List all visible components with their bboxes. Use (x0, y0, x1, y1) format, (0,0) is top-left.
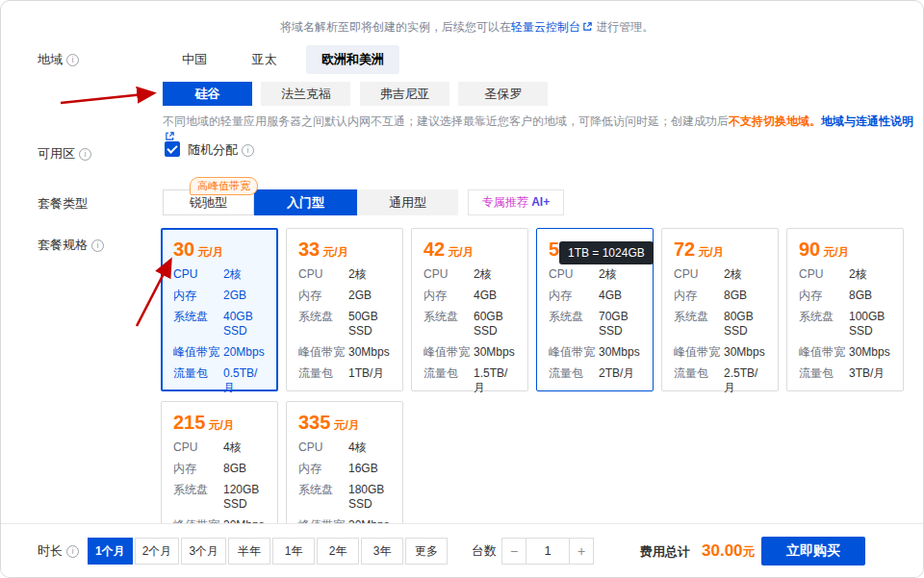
spec-key: CPU (674, 267, 724, 282)
plan-price: 72元/月 (674, 239, 766, 261)
price-amount: 30 (173, 239, 194, 260)
spec-row: 系统盘40GB SSD (173, 310, 266, 339)
price-unit: 元/月 (698, 245, 724, 259)
price-amount: 215 (173, 412, 205, 433)
duration-3-months[interactable]: 3个月 (181, 538, 226, 565)
type-tab-ai-recommend[interactable]: 专属推荐 AI+ (468, 189, 564, 215)
duration-half-year[interactable]: 半年 (228, 538, 270, 565)
duration-1-month[interactable]: 1个月 (88, 538, 133, 565)
total-cost: 费用总计30.00元 (640, 541, 756, 561)
plan-card-3[interactable]: 42元/月 CPU2核 内存4GB 系统盘60GB SSD 峰值带宽30Mbps… (411, 228, 528, 391)
price-unit: 元/月 (448, 245, 474, 259)
plan-card-grid: 30元/月 CPU2核 内存2GB 系统盘40GB SSD 峰值带宽20Mbps… (161, 228, 921, 574)
duration-label-text: 时长 (38, 543, 63, 558)
note-prefix: 将域名解析至即将创建的实例，后续您可以在 (280, 20, 511, 34)
spec-value: 2核 (849, 267, 867, 282)
spec-value: 2GB (223, 289, 246, 303)
info-icon[interactable] (91, 239, 104, 252)
spec-key: 流量包 (549, 366, 599, 381)
plan-price: 90元/月 (799, 239, 891, 261)
plan-card-6[interactable]: 90元/月 CPU2核 内存8GB 系统盘100GB SSD 峰值带宽30Mbp… (786, 228, 904, 391)
price-amount: 335 (298, 412, 330, 433)
region-option-frankfurt[interactable]: 法兰克福 (261, 82, 350, 106)
spec-value: 1.5TB/月 (474, 366, 516, 395)
spec-value: 4GB (474, 289, 497, 303)
plan-card-5[interactable]: 72元/月 CPU2核 内存8GB 系统盘80GB SSD 峰值带宽30Mbps… (661, 228, 779, 391)
spec-row: CPU4核 (298, 440, 391, 455)
random-assign-checkbox-row[interactable]: 随机分配 (165, 141, 254, 159)
spec-key: 内存 (674, 289, 724, 303)
spec-row: 内存4GB (549, 289, 641, 303)
region-option-sao-paulo[interactable]: 圣保罗 (458, 82, 548, 106)
external-link-icon (582, 21, 593, 32)
region-label: 地域 (38, 51, 79, 68)
spec-value: 8GB (724, 289, 747, 303)
duration-2-months[interactable]: 2个月 (135, 538, 180, 565)
random-assign-label: 随机分配 (188, 142, 238, 157)
spec-key: CPU (424, 267, 474, 282)
spec-row: CPU2核 (298, 267, 391, 282)
spec-key: CPU (173, 267, 223, 282)
quantity-label-text: 台数 (472, 543, 497, 558)
region-connectivity-link[interactable]: 地域与连通性说明 (821, 114, 913, 128)
spec-row: 峰值带宽30Mbps (549, 345, 641, 360)
spec-row: 内存4GB (424, 289, 516, 303)
plan-card-2[interactable]: 33元/月 CPU2核 内存2GB 系统盘50GB SSD 峰值带宽30Mbps… (286, 228, 403, 391)
spec-key: 系统盘 (549, 310, 599, 339)
quantity-decrease-button[interactable]: − (501, 538, 526, 565)
region-option-virginia[interactable]: 弗吉尼亚 (360, 82, 449, 106)
quantity-input[interactable] (526, 538, 569, 565)
spec-key: 流量包 (173, 366, 223, 395)
region-tab-europe-america[interactable]: 欧洲和美洲 (306, 45, 399, 74)
region-tab-apac[interactable]: 亚太 (236, 45, 292, 74)
spec-value: 30Mbps (348, 345, 390, 360)
spec-value: 2核 (599, 267, 617, 282)
duration-3-years[interactable]: 3年 (361, 538, 403, 565)
region-tab-china[interactable]: 中国 (167, 45, 222, 74)
spec-key: CPU (173, 440, 223, 455)
region-note-warning: 不支持切换地域。 (729, 114, 821, 128)
duration-1-year[interactable]: 1年 (272, 538, 315, 565)
info-icon[interactable] (66, 54, 79, 66)
domain-resolve-note: 将域名解析至即将创建的实例，后续您可以在轻量云控制台 进行管理。 (280, 19, 654, 36)
region-option-group: 硅谷 法兰克福 弗吉尼亚 圣保罗 (163, 82, 552, 106)
spec-row: 系统盘120GB SSD (173, 483, 266, 512)
lighthouse-console-link[interactable]: 轻量云控制台 (511, 20, 580, 34)
spec-value: 16GB (348, 462, 378, 476)
spec-key: 内存 (298, 289, 348, 303)
plan-card-1[interactable]: 30元/月 CPU2核 内存2GB 系统盘40GB SSD 峰值带宽20Mbps… (161, 228, 278, 391)
spec-row: 峰值带宽20Mbps (173, 345, 266, 360)
price-unit: 元/月 (333, 418, 359, 432)
annotation-arrow-region (61, 93, 153, 103)
checkbox-checked-icon[interactable] (165, 141, 180, 157)
buy-now-button[interactable]: 立即购买 (761, 537, 865, 565)
quantity-increase-button[interactable]: + (569, 538, 594, 565)
ai-tab-main-text: 专属推荐 (482, 195, 528, 209)
spec-key: 系统盘 (298, 483, 348, 512)
note-suffix: 进行管理。 (596, 20, 654, 34)
info-icon[interactable] (79, 148, 91, 161)
spec-row: 系统盘100GB SSD (799, 310, 891, 339)
spec-value: 40GB SSD (223, 310, 253, 339)
price-unit: 元/月 (197, 245, 223, 259)
zone-label: 可用区 (38, 145, 91, 163)
price-unit: 元/月 (823, 245, 849, 259)
region-option-silicon-valley[interactable]: 硅谷 (163, 82, 252, 106)
spec-row: 系统盘60GB SSD (424, 310, 516, 339)
spec-row: 峰值带宽30Mbps (424, 345, 516, 360)
duration-more[interactable]: 更多 (405, 538, 448, 565)
price-amount: 42 (424, 239, 445, 260)
duration-2-years[interactable]: 2年 (317, 538, 359, 565)
info-icon[interactable] (66, 545, 79, 558)
spec-row: 内存2GB (298, 289, 391, 303)
spec-key: 流量包 (298, 366, 348, 381)
spec-key: 内存 (549, 289, 599, 303)
spec-value: 30Mbps (474, 345, 515, 360)
spec-row: CPU2核 (674, 267, 766, 282)
info-icon[interactable] (242, 144, 254, 157)
type-tab-entry[interactable]: 入门型 (254, 189, 357, 215)
spec-value: 8GB (849, 289, 872, 303)
spec-value: 180GB SSD (348, 483, 384, 512)
type-tab-general[interactable]: 通用型 (357, 189, 458, 215)
price-unit: 元/月 (322, 245, 348, 259)
